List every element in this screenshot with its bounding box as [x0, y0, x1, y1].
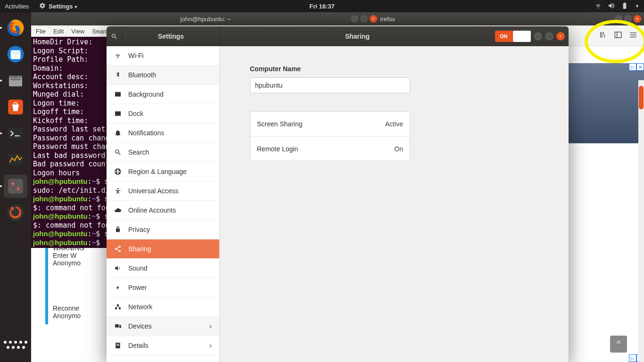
category-power[interactable]: Power [107, 278, 219, 297]
dock-launcher [0, 12, 31, 362]
category-privacy[interactable]: Privacy [107, 220, 219, 239]
svg-rect-18 [119, 307, 121, 309]
category-label: Sound [128, 264, 147, 272]
maximize-button[interactable]: ◻ [624, 15, 632, 23]
svg-rect-2 [9, 77, 22, 86]
power-menu-icon[interactable]: ▼ [635, 4, 639, 8]
category-bluetooth[interactable]: Bluetooth [107, 66, 219, 85]
settings-pane-title: Sharing [220, 33, 495, 40]
hamburger-menu-icon[interactable] [629, 31, 637, 41]
category-label: Wi-Fi [128, 52, 144, 59]
close-button[interactable]: × [634, 15, 641, 23]
launcher-firefox[interactable] [4, 16, 27, 40]
category-network[interactable]: Network [107, 297, 219, 317]
adchoices-icon[interactable]: ▷ [629, 354, 636, 362]
computer-name-input[interactable] [250, 77, 410, 93]
battery-icon[interactable] [621, 2, 628, 11]
svg-point-13 [117, 188, 119, 189]
ad-banner[interactable] [564, 63, 644, 143]
svg-point-14 [119, 246, 121, 247]
terminal-menu-edit[interactable]: Edit [53, 28, 64, 35]
lock-icon [114, 226, 122, 233]
cloud-icon [114, 206, 122, 214]
launcher-updater[interactable] [4, 201, 27, 224]
category-sharing[interactable]: Sharing [107, 239, 219, 259]
svg-rect-9 [8, 179, 23, 194]
svg-rect-4 [11, 79, 21, 81]
terminal-menu-file[interactable]: File [36, 28, 46, 35]
launcher-terminal[interactable] [4, 122, 27, 145]
launcher-settings[interactable] [4, 174, 27, 198]
topbar-clock[interactable]: Fri 16:37 [309, 3, 334, 10]
search-icon [114, 148, 122, 156]
toggle-label: ON [500, 33, 508, 39]
svg-rect-5 [14, 76, 17, 77]
sidebar-icon[interactable] [614, 31, 622, 41]
bell-icon [114, 129, 122, 137]
share-row-screen-sharing[interactable]: Screen SharingActive [250, 112, 410, 136]
category-notifications[interactable]: Notifications [107, 123, 219, 143]
category-online-accounts[interactable]: Online Accounts [107, 201, 219, 220]
svg-rect-17 [115, 307, 117, 309]
svg-rect-23 [116, 344, 119, 345]
share-row-remote-login[interactable]: Remote LoginOn [250, 136, 410, 161]
category-devices[interactable]: Devices› [107, 317, 219, 336]
category-label: Dock [128, 110, 143, 117]
volume-icon[interactable] [608, 2, 615, 11]
page-scrollbar[interactable] [638, 80, 644, 362]
launcher-thunderbird[interactable] [4, 42, 27, 66]
scroll-to-top-button[interactable]: ^ [610, 336, 627, 353]
svg-rect-7 [8, 128, 23, 140]
chevron-right-icon: › [209, 341, 212, 350]
show-applications-button[interactable] [4, 333, 27, 356]
minimize-button[interactable]: – [534, 32, 542, 41]
dock-icon [114, 110, 122, 117]
library-icon[interactable] [599, 31, 607, 41]
category-region-language[interactable]: Region & Language [107, 162, 219, 181]
category-universal-access[interactable]: Universal Access [107, 181, 219, 201]
devices-icon [114, 322, 122, 330]
svg-rect-21 [119, 325, 121, 328]
category-sound[interactable]: Sound [107, 259, 219, 278]
scrollbar-thumb[interactable] [639, 86, 644, 109]
share-row-label: Screen Sharing [257, 120, 303, 128]
category-background[interactable]: Background [107, 85, 219, 104]
category-search[interactable]: Search [107, 143, 219, 162]
ad-close-icon[interactable]: ✕ [636, 63, 644, 71]
adchoices-icon[interactable]: ▷ [629, 63, 636, 71]
terminal-titlebar[interactable]: john@hpubuntu: ~ – ◻ × [31, 12, 380, 25]
category-label: Search [128, 148, 149, 156]
svg-point-10 [12, 182, 14, 185]
settings-search-button[interactable] [107, 26, 123, 46]
terminal-menu-view[interactable]: View [71, 28, 84, 35]
category-details[interactable]: Details› [107, 336, 219, 355]
share-row-status: On [394, 145, 403, 153]
close-button[interactable]: × [370, 15, 377, 23]
settings-category-list: Wi-FiBluetoothBackgroundDockNotification… [107, 46, 220, 362]
category-dock[interactable]: Dock [107, 104, 219, 123]
globe-icon [114, 168, 122, 175]
launcher-files[interactable] [4, 69, 27, 92]
sharing-master-toggle[interactable]: ON [495, 31, 531, 42]
minimize-button[interactable]: – [615, 15, 622, 23]
launcher-system-monitor[interactable] [4, 148, 27, 172]
details-icon [114, 342, 122, 349]
app-indicator[interactable]: Settings▼ [49, 3, 78, 10]
launcher-software[interactable] [4, 95, 27, 119]
wifi-status-icon[interactable] [594, 2, 602, 11]
background-icon [114, 90, 122, 98]
maximize-button[interactable]: ◻ [545, 32, 553, 41]
category-label: Sharing [128, 245, 151, 253]
svg-point-16 [119, 250, 121, 252]
terminal-title-text: john@hpubuntu: ~ [181, 16, 231, 23]
network-icon [114, 303, 122, 311]
category-label: Region & Language [128, 168, 187, 175]
category-label: Online Accounts [128, 206, 176, 214]
category-wi-fi[interactable]: Wi-Fi [107, 46, 219, 66]
activities-button[interactable]: Activities [5, 3, 29, 10]
category-label: Background [128, 90, 164, 98]
minimize-button[interactable]: – [351, 15, 358, 23]
sharing-pane: Computer Name Screen SharingActiveRemote… [220, 46, 569, 362]
maximize-button[interactable]: ◻ [360, 15, 368, 23]
close-button[interactable]: × [556, 32, 565, 41]
